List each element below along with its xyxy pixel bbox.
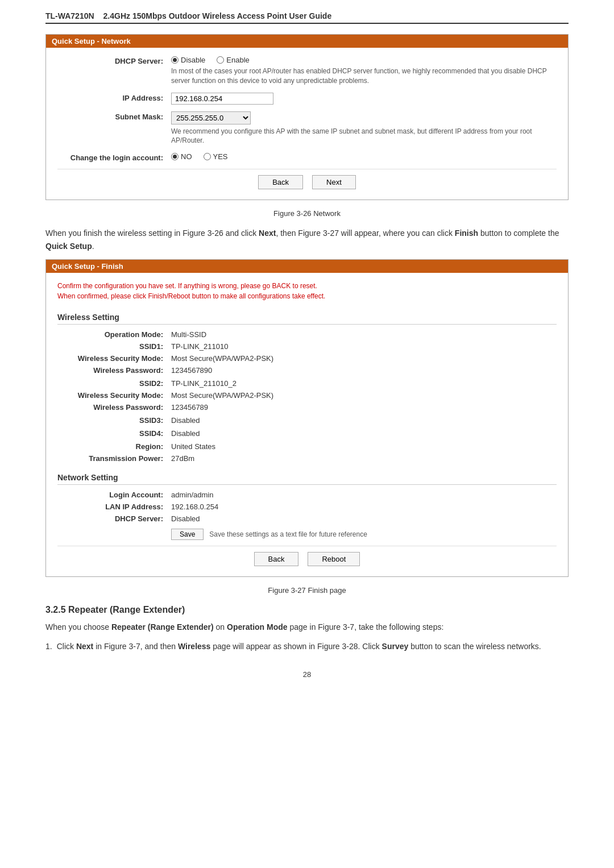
para3-text3: button to complete the [478, 229, 559, 238]
finish-panel: Quick Setup - Finish Confirm the configu… [45, 259, 569, 577]
wp2-label: Wireless Password: [57, 403, 171, 412]
header-model: TL-WA7210N [45, 11, 94, 20]
wp1-row: Wireless Password: 1234567890 [57, 366, 557, 375]
network-btn-row: Back Next [57, 169, 557, 192]
section325-intro: When you choose Repeater (Range Extender… [45, 621, 569, 633]
wsm1-row: Wireless Security Mode: Most Secure(WPA/… [57, 354, 557, 363]
wsm2-label: Wireless Security Mode: [57, 391, 171, 400]
figure26-caption: Figure 3-26 Network [45, 209, 569, 218]
subnet-row: Subnet Mask: 255.255.255.0 We recommend … [57, 111, 557, 146]
intro-text3: page in Figure 3-7, take the following s… [288, 622, 444, 632]
step1-text: Click Next in Figure 3-7, and then Wirel… [57, 640, 541, 653]
operation-mode-value: Multi-SSID [171, 330, 206, 339]
login-account-value: admin/admin [171, 491, 213, 499]
subnet-hint: We recommend you configure this AP with … [171, 127, 557, 146]
save-hint: Save these settings as a text file for f… [209, 530, 367, 538]
ssid1-value: TP-LINK_211010 [171, 342, 228, 351]
dhcp-enable-option[interactable]: Enable [217, 56, 249, 64]
ssid3-row: SSID3: Disabled [57, 416, 557, 425]
para3-finish-bold: Finish [455, 229, 478, 238]
ssid1-label: SSID1: [57, 342, 171, 351]
login-label: Change the login account: [57, 152, 171, 162]
login-no-radio[interactable] [171, 153, 179, 160]
wsm1-label: Wireless Security Mode: [57, 354, 171, 363]
ssid4-value: Disabled [171, 429, 200, 438]
intro-repeater-bold: Repeater (Range Extender) [111, 622, 214, 632]
finish-dhcp-row: DHCP Server: Disabled [57, 514, 557, 523]
wp1-label: Wireless Password: [57, 366, 171, 375]
dhcp-label: DHCP Server: [57, 56, 171, 65]
tx-power-row: Transmission Power: 27dBm [57, 454, 557, 463]
ip-label: IP Address: [57, 93, 171, 102]
step1-next-bold: Next [76, 642, 93, 651]
ssid4-label: SSID4: [57, 429, 171, 438]
intro-text1: When you choose [45, 622, 111, 632]
tx-power-value: 27dBm [171, 454, 194, 463]
region-value: United States [171, 442, 215, 451]
ssid4-row: SSID4: Disabled [57, 429, 557, 438]
login-content: NO YES [171, 152, 557, 161]
wp1-value: 1234567890 [171, 366, 212, 375]
ip-content [171, 93, 557, 105]
para3-next-bold: Next [259, 229, 276, 238]
intro-opmode-bold: Operation Mode [227, 622, 288, 632]
login-no-option[interactable]: NO [171, 152, 192, 161]
login-yes-label: YES [213, 152, 228, 161]
wireless-section-title: Wireless Setting [57, 309, 557, 325]
login-yes-option[interactable]: YES [204, 152, 228, 161]
wsm2-row: Wireless Security Mode: Most Secure(WPA/… [57, 391, 557, 400]
step1-item: 1. Click Next in Figure 3-7, and then Wi… [45, 640, 569, 653]
finish-dhcp-value: Disabled [171, 514, 200, 523]
login-radio-group: NO YES [171, 152, 557, 161]
finish-dhcp-label: DHCP Server: [57, 514, 171, 523]
ssid3-label: SSID3: [57, 416, 171, 425]
finish-btn-row: Back Reboot [57, 546, 557, 568]
step1-survey-bold: Survey [382, 642, 409, 651]
figure27-caption: Figure 3-27 Finish page [45, 586, 569, 595]
dhcp-disable-label: Disable [181, 56, 205, 64]
reboot-button[interactable]: Reboot [308, 552, 360, 566]
login-row: Change the login account: NO YES [57, 152, 557, 162]
wsm1-value: Most Secure(WPA/WPA2-PSK) [171, 354, 273, 363]
finish-panel-title: Quick Setup - Finish [46, 260, 568, 273]
region-row: Region: United States [57, 442, 557, 451]
network-next-button[interactable]: Next [312, 175, 356, 189]
network-section-title: Network Setting [57, 470, 557, 485]
ip-input[interactable] [171, 93, 273, 105]
operation-mode-row: Operation Mode: Multi-SSID [57, 330, 557, 339]
network-panel-title: Quick Setup - Network [46, 35, 568, 48]
operation-mode-label: Operation Mode: [57, 330, 171, 339]
dhcp-disable-option[interactable]: Disable [171, 56, 205, 64]
network-panel-body: DHCP Server: Disable Enable In most of t… [46, 48, 568, 200]
login-account-label: Login Account: [57, 491, 171, 499]
ssid2-value: TP-LINK_211010_2 [171, 379, 237, 388]
finish-panel-body: Confirm the configuration you have set. … [46, 273, 568, 576]
section325-heading: 3.2.5 Repeater (Range Extender) [45, 605, 569, 615]
dhcp-hint: In most of the cases your root AP/router… [171, 67, 557, 86]
lan-ip-label: LAN IP Address: [57, 502, 171, 511]
login-yes-radio[interactable] [204, 153, 211, 160]
wp2-value: 123456789 [171, 403, 208, 412]
confirm-line1: Confirm the configuration you have set. … [57, 282, 317, 290]
finish-back-button[interactable]: Back [254, 552, 299, 566]
para3-quicksetup-bold: Quick Setup [45, 242, 92, 251]
page-header: TL-WA7210N 2.4GHz 150Mbps Outdoor Wirele… [45, 11, 569, 24]
ip-row: IP Address: [57, 93, 557, 105]
ssid2-label: SSID2: [57, 379, 171, 388]
confirm-text: Confirm the configuration you have set. … [57, 281, 557, 301]
subnet-select[interactable]: 255.255.255.0 [171, 111, 251, 124]
save-button[interactable]: Save [171, 529, 204, 540]
ssid1-row: SSID1: TP-LINK_211010 [57, 342, 557, 351]
subnet-label: Subnet Mask: [57, 111, 171, 121]
login-no-label: NO [181, 152, 192, 161]
lan-ip-value: 192.168.0.254 [171, 502, 218, 511]
dhcp-disable-radio[interactable] [171, 56, 179, 64]
network-panel: Quick Setup - Network DHCP Server: Disab… [45, 34, 569, 200]
lan-ip-row: LAN IP Address: 192.168.0.254 [57, 502, 557, 511]
confirm-line2: When confirmed, please click Finish/Rebo… [57, 292, 325, 300]
dhcp-enable-radio[interactable] [217, 56, 224, 64]
save-row: Save Save these settings as a text file … [171, 529, 557, 540]
network-back-button[interactable]: Back [258, 175, 303, 189]
para3-text1: When you finish the wireless setting in … [45, 229, 259, 238]
para3-text4: . [92, 242, 94, 251]
